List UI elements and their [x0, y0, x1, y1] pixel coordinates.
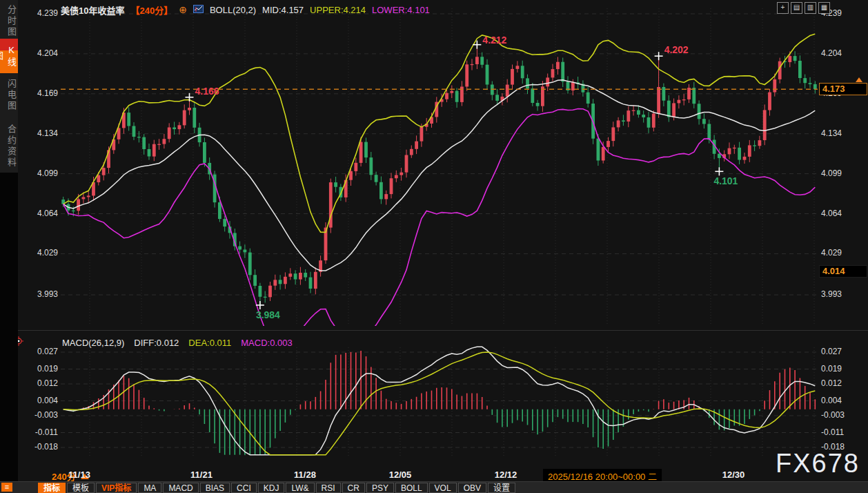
- toolbar-button-VOL[interactable]: VOL: [429, 483, 457, 493]
- price-tick-left: 3.993: [30, 289, 58, 299]
- toolbar-button-CCI[interactable]: CCI: [231, 483, 257, 493]
- x-axis-date-label: 11/28: [294, 470, 316, 480]
- boll-label: BOLL(20,2): [210, 5, 256, 15]
- macd-tick-right: 0.012: [821, 378, 857, 388]
- macd-tick-left: 0.004: [30, 396, 58, 405]
- macd-tick-right: 0.027: [821, 347, 857, 356]
- svg-text:4.166: 4.166: [195, 86, 219, 97]
- macd-tick-right: -0.011: [821, 427, 857, 437]
- price-tick-right: 4.099: [821, 168, 857, 178]
- macd-tick-left: -0.003: [30, 410, 58, 420]
- macd-dea-value: DEA:0.011: [188, 338, 231, 348]
- crosshair-icon[interactable]: +: [777, 2, 789, 14]
- svg-text:4.202: 4.202: [664, 44, 689, 55]
- sidebar-tab-flash[interactable]: 闪电图: [0, 76, 18, 115]
- price-tick-left: 4.099: [30, 168, 58, 178]
- boll-upper-value: UPPER:4.214: [310, 5, 366, 15]
- macd-tick-left: -0.011: [30, 427, 58, 437]
- macd-label: MACD(26,12,9): [62, 338, 124, 348]
- svg-text:4.101: 4.101: [713, 175, 738, 186]
- add-indicator-icon[interactable]: ⊕: [179, 4, 187, 15]
- x-axis-date-label: 11/21: [190, 470, 213, 480]
- current-price-box: 4.173: [819, 83, 867, 95]
- toolbar-button-BIAS[interactable]: BIAS: [200, 483, 230, 493]
- macd-tick-left: 0.012: [30, 378, 58, 388]
- macd-hist-value: MACD:0.003: [241, 338, 292, 348]
- macd-tick-right: 0.004: [821, 396, 857, 405]
- price-tick-right: 4.204: [821, 48, 857, 58]
- toolbar-button-KDJ[interactable]: KDJ: [258, 483, 285, 493]
- macd-tick-left: 0.019: [30, 364, 58, 374]
- chart-canvas[interactable]: 4.1664.2124.2024.1013.984: [0, 0, 868, 493]
- price-tick-right: 4.134: [821, 128, 857, 138]
- x-axis-date-label: 11/13: [68, 470, 90, 480]
- price-tick-right: 3.993: [821, 289, 857, 299]
- macd-header: MACD(26,12,9) DIFF:0.012 DEA:0.011 MACD:…: [62, 338, 293, 348]
- boll-mid-value: MID:4.157: [262, 5, 304, 15]
- indicator-toolbar: 指标模板VIP指标MAMACDBIASCCIKDJLW&RSICRPSYBOLL…: [0, 481, 868, 493]
- period-tag: 【240分】: [130, 3, 172, 17]
- macd-tick-right: 0.019: [821, 364, 857, 374]
- chart-header: 美债10年收益率 【240分】 ⊕ BOLL(20,2) MID:4.157 U…: [61, 3, 430, 16]
- secondary-price-box: 4.014: [819, 265, 867, 278]
- toolbar-button-MA[interactable]: MA: [138, 483, 161, 493]
- toolbar-button-CR[interactable]: CR: [342, 483, 365, 493]
- toolbar-button-指标[interactable]: 指标: [38, 483, 66, 493]
- pane-layout-icon-2[interactable]: ▥: [805, 2, 816, 14]
- x-axis-date-label: 12/30: [722, 470, 745, 480]
- price-tick-left: 4.239: [30, 8, 58, 18]
- price-tick-right: 4.029: [821, 248, 857, 258]
- macd-tick-left: -0.018: [30, 442, 58, 452]
- price-tick-left: 4.169: [30, 88, 58, 98]
- toolbar-button-BOLL[interactable]: BOLL: [395, 483, 428, 493]
- kline-icon: [193, 5, 204, 15]
- boll-lower-value: LOWER:4.101: [372, 5, 430, 15]
- pane-layout-icon-1[interactable]: ▤: [791, 2, 802, 14]
- svg-text:4.212: 4.212: [482, 35, 506, 46]
- trading-app-window: 4.1664.2124.2024.1013.984 分时图 K线图 闪电图 合约…: [0, 0, 868, 493]
- toolbar-button-OBV[interactable]: OBV: [458, 483, 486, 493]
- panel-divider: [18, 330, 868, 331]
- x-axis-date-label: 12/12: [495, 470, 517, 480]
- macd-tick-left: 0.027: [30, 347, 58, 356]
- toolbar-button-VIP指标[interactable]: VIP指标: [96, 483, 137, 493]
- sidebar-tab-timeline[interactable]: 分时图: [0, 4, 18, 39]
- price-tick-left: 4.204: [30, 48, 58, 58]
- macd-tick-right: -0.003: [821, 410, 857, 420]
- toolbar-button-设置[interactable]: 设置: [488, 483, 515, 493]
- price-tick-left: 4.134: [30, 128, 58, 138]
- toolbar-button-模板[interactable]: 模板: [67, 483, 95, 493]
- x-axis-date-label: 12/05: [389, 470, 412, 480]
- pane-layout-icon-3[interactable]: ▦: [818, 2, 830, 14]
- price-tick-right: 4.064: [821, 209, 857, 218]
- menu-icon[interactable]: ≡: [1, 483, 12, 492]
- toolbar-button-PSY[interactable]: PSY: [366, 483, 394, 493]
- toolbar-button-LW&[interactable]: LW&: [286, 483, 314, 493]
- toolbar-button-RSI[interactable]: RSI: [316, 483, 341, 493]
- symbol-title: 美债10年收益率: [61, 3, 124, 17]
- chart-window-controls: + ▤ ▥ ▦: [777, 2, 830, 14]
- macd-diff-value: DIFF:0.012: [134, 338, 179, 348]
- x-axis: 240分 11/1311/2111/2812/0512/1212/30 2025…: [0, 469, 868, 481]
- chart-type-sidebar: 分时图 K线图 闪电图 合约资料: [0, 0, 18, 493]
- price-marker-arrow: [856, 77, 862, 82]
- toolbar-button-MACD[interactable]: MACD: [163, 483, 198, 493]
- price-tick-left: 4.029: [30, 248, 58, 258]
- sidebar-tab-kline[interactable]: K线图: [0, 39, 18, 73]
- sidebar-tab-contract-info[interactable]: 合约资料: [0, 120, 18, 173]
- price-tick-left: 4.064: [30, 209, 58, 218]
- svg-text:3.984: 3.984: [256, 309, 280, 320]
